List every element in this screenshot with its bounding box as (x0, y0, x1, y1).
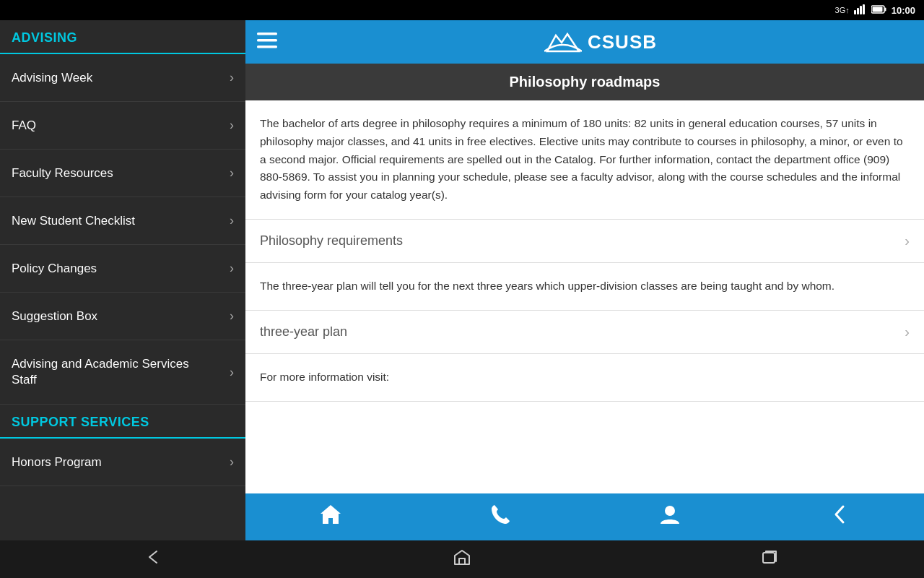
sidebar-item-new-student-checklist[interactable]: New Student Checklist › (0, 197, 245, 245)
philosophy-requirements-link[interactable]: Philosophy requirements › (245, 220, 924, 263)
sidebar-section-support-services: SUPPORT SERVICES (0, 405, 245, 439)
contacts-tab-button[interactable] (585, 493, 754, 540)
chevron-right-icon: › (230, 261, 234, 276)
hamburger-button[interactable] (257, 33, 277, 51)
time-display: 10:00 (892, 5, 915, 16)
sidebar-item-suggestion-box[interactable]: Suggestion Box › (0, 293, 245, 340)
main-content: CSUSB Philosophy roadmaps The bachelor o… (245, 20, 924, 540)
svg-rect-6 (872, 7, 882, 12)
chevron-right-icon: › (905, 324, 910, 340)
wifi-bars (854, 4, 867, 16)
sidebar: ADVISING Advising Week › FAQ › Faculty R… (0, 20, 245, 540)
bottom-tab-bar (245, 493, 924, 540)
chevron-right-icon: › (230, 70, 234, 85)
android-back-button[interactable] (144, 548, 164, 570)
chevron-right-icon: › (230, 118, 234, 133)
sidebar-item-advising-week[interactable]: Advising Week › (0, 54, 245, 102)
home-icon (319, 504, 342, 530)
three-year-plan-link[interactable]: three-year plan › (245, 311, 924, 354)
android-home-button[interactable] (452, 548, 472, 570)
svg-rect-8 (257, 39, 277, 42)
sidebar-item-honors-program[interactable]: Honors Program › (0, 439, 245, 486)
intro-text: The bachelor of arts degree in philosoph… (260, 115, 910, 204)
three-year-plan-section: The three-year plan will tell you for th… (245, 263, 924, 311)
status-icons: 3G↑ 10:00 (835, 4, 915, 16)
home-tab-button[interactable] (245, 493, 415, 540)
svg-rect-0 (854, 10, 856, 14)
app-container: ADVISING Advising Week › FAQ › Faculty R… (0, 20, 924, 540)
svg-rect-12 (763, 553, 775, 563)
more-info-section: For more information visit: (245, 354, 924, 402)
contacts-icon (658, 504, 682, 530)
sidebar-item-faq[interactable]: FAQ › (0, 102, 245, 150)
android-nav-bar (0, 540, 924, 578)
svg-rect-1 (857, 8, 859, 14)
chevron-right-icon: › (230, 454, 234, 470)
phone-icon (490, 504, 510, 530)
back-chevron-icon (832, 504, 847, 530)
sidebar-item-policy-changes[interactable]: Policy Changes › (0, 245, 245, 293)
svg-rect-9 (257, 46, 277, 48)
chevron-right-icon: › (230, 309, 234, 324)
svg-rect-2 (860, 6, 862, 14)
more-info-text: For more information visit: (260, 368, 910, 387)
sidebar-item-advising-staff[interactable]: Advising and Academic Services Staff › (0, 340, 245, 405)
svg-rect-5 (884, 8, 886, 12)
sidebar-item-faculty-resources[interactable]: Faculty Resources › (0, 150, 245, 197)
csusb-logo: CSUSB (544, 30, 657, 54)
three-year-plan-text: The three-year plan will tell you for th… (260, 277, 910, 296)
intro-section: The bachelor of arts degree in philosoph… (245, 100, 924, 220)
battery-icon (871, 5, 887, 15)
chevron-right-icon: › (905, 233, 910, 249)
status-bar: 3G↑ 10:00 (0, 0, 924, 20)
svg-point-10 (665, 506, 675, 516)
chevron-right-icon: › (230, 165, 234, 181)
philosophy-requirements-label: Philosophy requirements (260, 233, 403, 249)
page-title: Philosophy roadmaps (257, 74, 912, 90)
chevron-right-icon: › (230, 365, 234, 380)
sidebar-section-advising: ADVISING (0, 20, 245, 54)
android-recents-button[interactable] (760, 548, 780, 570)
back-tab-button[interactable] (754, 493, 924, 540)
svg-rect-11 (459, 558, 465, 564)
svg-rect-7 (257, 33, 277, 35)
chevron-right-icon: › (230, 213, 234, 228)
logo-text: CSUSB (588, 31, 657, 53)
logo-area: CSUSB (289, 30, 912, 54)
three-year-plan-label: three-year plan (260, 324, 347, 340)
content-area: The bachelor of arts degree in philosoph… (245, 100, 924, 493)
phone-tab-button[interactable] (415, 493, 585, 540)
page-title-bar: Philosophy roadmaps (245, 64, 924, 100)
svg-rect-3 (863, 4, 865, 14)
signal-icon: 3G↑ (835, 6, 850, 14)
top-nav-bar: CSUSB (245, 20, 924, 64)
